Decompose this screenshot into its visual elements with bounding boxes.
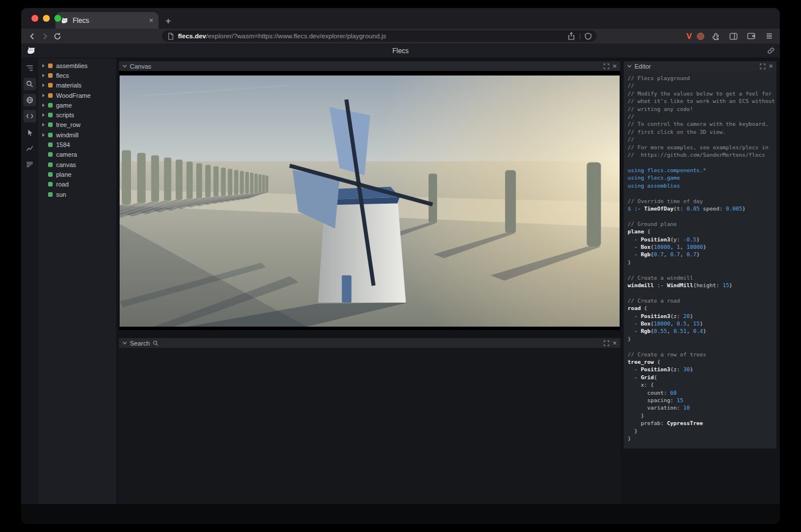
address-bar: flecs.dev/explorer/?wasm=https://www.fle… xyxy=(21,29,780,43)
memory-rows-icon[interactable] xyxy=(23,158,36,170)
tree-item-label: road xyxy=(56,181,69,188)
page-footer xyxy=(21,504,780,524)
tree-item-label: WoodFrame xyxy=(56,92,90,99)
tree-item-materials[interactable]: materials xyxy=(38,81,116,90)
wallet-icon[interactable] xyxy=(745,30,758,42)
minimize-window-button[interactable] xyxy=(43,15,50,22)
tree-item-tree_row[interactable]: tree_row xyxy=(38,120,116,130)
3d-viewport[interactable] xyxy=(119,71,620,330)
search-icon xyxy=(153,340,158,346)
tree-item-road[interactable]: road xyxy=(38,180,116,189)
entity-swatch-icon xyxy=(48,122,53,127)
back-button[interactable] xyxy=(26,30,38,42)
entity-swatch-icon xyxy=(48,162,53,167)
url-field[interactable]: flecs.dev/explorer/?wasm=https://www.fle… xyxy=(162,30,597,42)
editor-panel-title: Editor xyxy=(635,63,651,70)
center-column: Canvas × xyxy=(116,58,624,504)
tab-bar: Flecs × + xyxy=(21,8,780,29)
search-panel: Search × xyxy=(119,338,620,504)
close-panel-icon[interactable]: × xyxy=(768,62,773,70)
tree-item-label: flecs xyxy=(56,72,69,79)
tree-item-label: 1584 xyxy=(56,141,70,148)
module-swatch-icon xyxy=(48,83,53,88)
extension-v-icon[interactable]: V xyxy=(687,31,692,41)
share-link-icon[interactable] xyxy=(767,47,775,54)
tree-item-sun[interactable]: sun xyxy=(38,189,116,199)
expand-caret-icon[interactable] xyxy=(42,133,48,137)
tree-item-label: scripts xyxy=(56,112,74,118)
page-info-icon[interactable] xyxy=(167,33,174,40)
expand-caret-icon[interactable] xyxy=(42,64,48,68)
url-text: flecs.dev/explorer/?wasm=https://www.fle… xyxy=(178,33,564,39)
chevron-down-icon[interactable] xyxy=(122,341,127,345)
tree-item-label: windmill xyxy=(56,132,78,138)
tree-item-windmill[interactable]: windmill xyxy=(38,130,116,140)
entity-swatch-icon xyxy=(48,182,53,186)
extension-dot-icon[interactable] xyxy=(697,33,704,40)
tree-item-camera[interactable]: camera xyxy=(38,150,116,160)
entity-swatch-icon xyxy=(48,142,53,147)
menu-icon[interactable] xyxy=(763,30,775,42)
tree-item-assemblies[interactable]: assemblies xyxy=(38,61,116,70)
browser-tab[interactable]: Flecs × xyxy=(55,12,158,29)
module-swatch-icon xyxy=(48,93,53,98)
windmill-scene-image xyxy=(120,76,620,327)
inspect-icon[interactable] xyxy=(23,126,36,138)
chevron-down-icon[interactable] xyxy=(122,64,127,68)
tree-panel-icon[interactable] xyxy=(23,62,36,74)
expand-caret-icon[interactable] xyxy=(42,123,48,126)
fullscreen-icon[interactable] xyxy=(604,63,609,69)
expand-caret-icon[interactable] xyxy=(42,113,48,117)
tree-item-canvas[interactable]: canvas xyxy=(38,160,116,169)
browser-window: Flecs × + flecs.dev/explorer/?wasm=https… xyxy=(21,8,780,524)
editor-code[interactable]: // Flecs playground//// Modify the value… xyxy=(624,71,776,448)
page-header: Flecs xyxy=(21,43,780,58)
share-icon[interactable] xyxy=(568,32,575,40)
tree-item-label: camera xyxy=(56,151,77,158)
chevron-down-icon[interactable] xyxy=(627,64,632,68)
tab-title: Flecs xyxy=(73,17,145,25)
search-panel-header: Search × xyxy=(119,338,620,348)
tree-item-flecs[interactable]: flecs xyxy=(38,70,116,80)
tree-item-WoodFrame[interactable]: WoodFrame xyxy=(38,90,116,100)
entity-swatch-icon xyxy=(48,113,53,117)
close-panel-icon[interactable]: × xyxy=(612,339,617,347)
tree-item-label: game xyxy=(56,102,72,109)
sidebar-toggle-icon[interactable] xyxy=(727,30,740,42)
forward-button[interactable] xyxy=(38,30,51,42)
entity-swatch-icon xyxy=(48,103,53,108)
editor-panel-icon[interactable] xyxy=(23,110,36,122)
traffic-lights xyxy=(31,15,61,22)
search-panel-icon[interactable] xyxy=(23,78,36,90)
fullscreen-icon[interactable] xyxy=(604,340,609,346)
reload-button[interactable] xyxy=(51,30,64,42)
close-window-button[interactable] xyxy=(31,15,38,22)
expand-caret-icon[interactable] xyxy=(42,104,48,107)
page-title: Flecs xyxy=(21,47,780,55)
editor-panel-header: Editor × xyxy=(624,61,776,71)
expand-caret-icon[interactable] xyxy=(42,74,48,77)
extensions-puzzle-icon[interactable] xyxy=(709,30,722,42)
scene-panel-icon[interactable] xyxy=(23,94,36,106)
tree-item-label: materials xyxy=(56,82,82,89)
entity-swatch-icon xyxy=(48,133,53,137)
expand-caret-icon[interactable] xyxy=(42,94,48,97)
stats-chart-icon[interactable] xyxy=(23,142,36,154)
tree-item-label: canvas xyxy=(56,161,76,168)
tab-close-icon[interactable]: × xyxy=(149,17,153,24)
pill-divider: | xyxy=(579,33,581,39)
tree-item-game[interactable]: game xyxy=(38,100,116,110)
tree-item-label: assemblies xyxy=(56,62,88,69)
tree-item-plane[interactable]: plane xyxy=(38,169,116,179)
search-results-area[interactable] xyxy=(119,348,620,504)
tree-item-scripts[interactable]: scripts xyxy=(38,110,116,120)
tree-item-label: plane xyxy=(56,171,72,178)
close-panel-icon[interactable]: × xyxy=(612,62,617,70)
shield-icon[interactable] xyxy=(585,33,592,40)
fullscreen-icon[interactable] xyxy=(760,63,766,69)
url-domain: flecs.dev xyxy=(178,33,206,39)
tree-item-1584[interactable]: 1584 xyxy=(38,140,116,149)
zoom-window-button[interactable] xyxy=(54,15,61,22)
expand-caret-icon[interactable] xyxy=(42,84,48,87)
new-tab-button[interactable]: + xyxy=(165,16,171,26)
